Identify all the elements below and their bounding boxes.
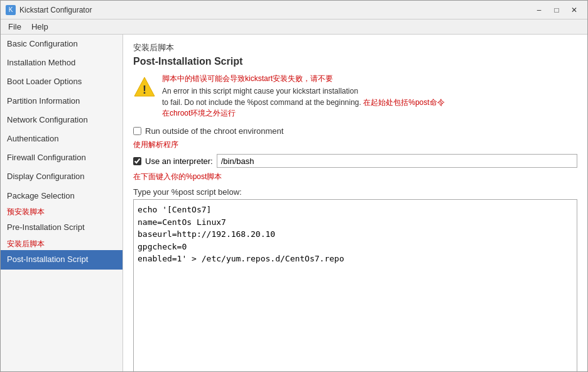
sidebar-item-pre-installation-script[interactable]: Pre-Installation Script — [1, 218, 122, 237]
interpreter-annotation: 使用解析程序 — [133, 140, 577, 150]
sidebar-item-package-selection[interactable]: Package Selection — [1, 187, 122, 205]
window-controls: – □ ✕ — [531, 4, 582, 16]
script-textarea[interactable] — [133, 199, 577, 371]
sidebar: Basic Configuration Installation Method … — [1, 35, 123, 371]
sidebar-item-boot-loader-options[interactable]: Boot Loader Options — [1, 72, 122, 91]
sidebar-item-installation-method[interactable]: Installation Method — [1, 53, 122, 72]
warning-text-block: 脚本中的错误可能会导致kickstart安装失败，请不要 An error in… — [162, 74, 577, 120]
main-content: 安装后脚本 Post-Installation Script ! 脚本中的错误可… — [123, 35, 587, 371]
warning-icon-container: ! — [133, 74, 156, 101]
sidebar-annotation-pre-install: 预安装脚本 — [1, 205, 122, 219]
sidebar-item-display-configuration[interactable]: Display Configuration — [1, 167, 122, 186]
warning-box: ! 脚本中的错误可能会导致kickstart安装失败，请不要 An error … — [133, 74, 577, 120]
menu-help[interactable]: Help — [26, 21, 53, 33]
interpreter-input[interactable] — [217, 154, 577, 168]
warning-cn-line1: 脚本中的错误可能会导致kickstart安装失败，请不要 — [162, 74, 577, 84]
warning-triangle-icon: ! — [133, 76, 156, 99]
script-annotation: 在下面键入你的%post脚本 — [133, 172, 577, 182]
sidebar-item-partition-information[interactable]: Partition Information — [1, 92, 122, 111]
maximize-button[interactable]: □ — [548, 4, 565, 16]
sidebar-annotation-post-install: 安装后脚本 — [1, 238, 122, 251]
warning-cn3: 在chroot环境之外运行 — [162, 108, 577, 119]
svg-text:!: ! — [143, 84, 146, 96]
sidebar-item-network-configuration[interactable]: Network Configuration — [1, 111, 122, 129]
warning-en-line2: to fail. Do not include the %post comman… — [162, 97, 577, 108]
window-title: Kickstart Configurator — [19, 6, 531, 14]
chroot-label: Run outside of the chroot environment — [145, 126, 283, 136]
chroot-option-row: Run outside of the chroot environment — [133, 126, 577, 136]
minimize-button[interactable]: – — [531, 4, 547, 16]
script-label: Type your %post script below: — [133, 187, 577, 197]
chroot-checkbox[interactable] — [133, 127, 141, 135]
menu-file[interactable]: File — [3, 21, 26, 33]
section-title-cn: 安装后脚本 — [133, 42, 577, 53]
warning-cn2: 在起始处包括%post命令 — [363, 98, 444, 107]
close-button[interactable]: ✕ — [566, 4, 582, 16]
sidebar-item-post-installation-script[interactable]: Post-Installation Script — [1, 250, 122, 269]
interpreter-label: Use an interpreter: — [145, 156, 213, 166]
sidebar-item-basic-configuration[interactable]: Basic Configuration — [1, 35, 122, 53]
warning-en-line1: An error in this script might cause your… — [162, 85, 577, 97]
app-icon: K — [6, 5, 16, 15]
title-bar: K Kickstart Configurator – □ ✕ — [1, 1, 587, 19]
menu-bar: File Help — [1, 19, 587, 35]
interpreter-row: Use an interpreter: — [133, 154, 577, 168]
interpreter-checkbox[interactable] — [133, 157, 141, 165]
section-title-en: Post-Installation Script — [133, 56, 577, 67]
content-area: Basic Configuration Installation Method … — [1, 35, 587, 371]
sidebar-item-firewall-configuration[interactable]: Firewall Configuration — [1, 148, 122, 167]
main-window: K Kickstart Configurator – □ ✕ File Help… — [0, 0, 588, 372]
sidebar-item-authentication[interactable]: Authentication — [1, 129, 122, 148]
